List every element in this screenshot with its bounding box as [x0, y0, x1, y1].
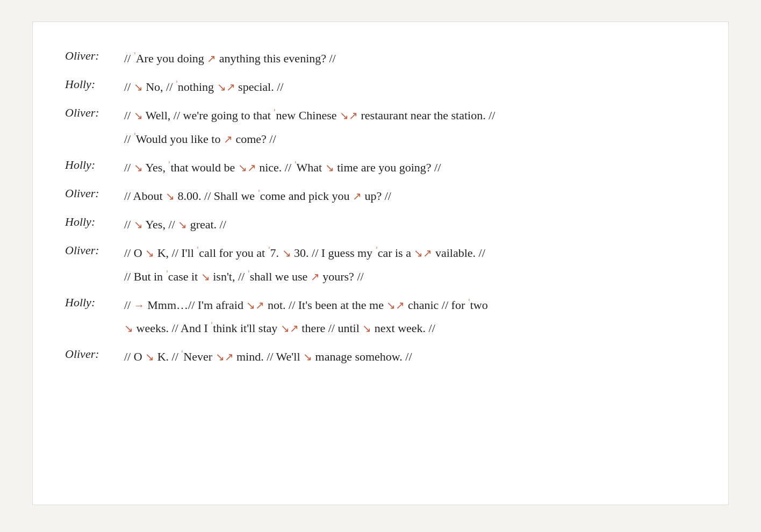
speech-text: 8.00. // Shall we [175, 189, 258, 203]
speech-text: K. // [154, 350, 181, 363]
speech-text: weeks. // And I [133, 321, 211, 335]
speech-text: special. // [235, 80, 284, 94]
tone-mark: ↘ [340, 110, 349, 121]
speech-text: restaurant near the station. // [358, 109, 495, 122]
tone-mark: ↘ [217, 81, 226, 93]
speech-text: 30. // I guess my [291, 246, 376, 260]
speech-content: // About ↘ 8.00. // Shall we ˈcome and p… [124, 186, 696, 205]
tone-mark: ↗ [423, 247, 432, 259]
speech-text: Well, // we're going to that [143, 109, 274, 122]
speaker-name: Holly: [65, 296, 124, 310]
speech-text: chanic // for [405, 298, 468, 312]
tone-mark: ↘ [414, 247, 423, 259]
dialogue-line: Oliver: // ↘ Well, // we're going to tha… [65, 106, 696, 148]
speech-text: // [124, 109, 134, 122]
tone-mark: ↗ [226, 81, 235, 93]
tone-mark: ↘ [238, 162, 247, 174]
speech-text: mind. // We'll [234, 350, 304, 363]
dialogue-container: Oliver: // ˈAre you doing ↗ anything thi… [32, 21, 729, 505]
speech-continuation: // ˈWould you like to ↗ come? // [124, 130, 696, 148]
speech-continuation: ↘ weeks. // And I ˈthink it'll stay ↘↗ t… [124, 319, 696, 337]
speech-text: No, // [143, 80, 176, 94]
tone-mark: ↘ [134, 162, 143, 174]
speech-text: Never [183, 350, 215, 363]
speaker-name: Oliver: [65, 49, 124, 63]
speech-text: two [470, 298, 488, 312]
speech-text: vailable. // [432, 246, 485, 260]
tone-mark: ↗ [353, 190, 362, 202]
speech-text: time are you going? // [334, 161, 441, 174]
speech-text: think it'll stay [213, 321, 281, 335]
tone-mark: ↘ [134, 110, 143, 121]
speech-text: that would be [170, 161, 238, 174]
tone-mark: ↗ [225, 351, 234, 363]
dialogue-line: Oliver: // ˈAre you doing ↗ anything thi… [65, 49, 696, 68]
speaker-name: Oliver: [65, 106, 124, 120]
speech-content: // → Mmm…// I'm afraid ↘↗ not. // It's b… [124, 296, 696, 337]
tone-mark: ↗ [349, 110, 358, 121]
speech-text: What [297, 161, 325, 174]
speech-text: car is a [378, 246, 414, 260]
speech-content: // O ↘ K, // I'll ˈcall for you at ˈ7. ↘… [124, 243, 696, 285]
speech-text: yours? // [320, 270, 364, 283]
speech-content: // ↘ Well, // we're going to that ˈnew C… [124, 106, 696, 148]
speech-text: // About [124, 189, 166, 203]
speech-text: // [124, 161, 134, 174]
speech-text: K, // I'll [154, 246, 197, 260]
speech-text: // [124, 80, 134, 94]
tone-mark: ↘ [145, 351, 154, 363]
tone-mark: ↘ [216, 351, 225, 363]
speech-text: Yes, [143, 161, 169, 174]
speech-text: 7. [270, 246, 282, 260]
tone-mark: ↘ [282, 247, 291, 259]
tone-mark: ↘ [178, 219, 187, 231]
speech-content: // ↘ Yes, ˈthat would be ↘↗ nice. // ˈWh… [124, 158, 696, 177]
speech-text: shall we use [250, 270, 311, 283]
tone-mark: ↗ [247, 162, 256, 174]
tone-mark: ↘ [362, 322, 371, 334]
speech-text: nice. // [256, 161, 295, 174]
tone-mark: → [134, 299, 145, 311]
speech-text: // But in [124, 270, 166, 283]
tone-mark: ↘ [145, 247, 154, 259]
speech-text: not. // It's been at the me [264, 298, 386, 312]
speech-text: come and pick you [260, 189, 353, 203]
speaker-name: Oliver: [65, 243, 124, 257]
speaker-name: Oliver: [65, 186, 124, 200]
tone-mark: ↗ [224, 133, 233, 145]
speech-text: nothing [178, 80, 217, 94]
speech-text: come? // [233, 132, 276, 146]
speech-text: // O [124, 350, 145, 363]
tone-mark: ↗ [207, 53, 216, 64]
speech-continuation: // But in ˈcase it ↘ isn't, // ˈshall we… [124, 267, 696, 286]
speech-text: new Chinese [276, 109, 340, 122]
speech-text: next week. // [371, 321, 435, 335]
speech-text: case it [168, 270, 201, 283]
speech-text: // [124, 298, 134, 312]
tone-mark: ↘ [201, 271, 210, 283]
speech-text: // [124, 52, 134, 65]
speech-text: Are you doing [136, 52, 207, 65]
speaker-name: Holly: [65, 77, 124, 91]
speech-text: up? // [362, 189, 391, 203]
dialogue-line: Holly: // → Mmm…// I'm afraid ↘↗ not. //… [65, 296, 696, 337]
speech-text: manage somehow. // [312, 350, 412, 363]
speech-content: // ˈAre you doing ↗ anything this evenin… [124, 49, 696, 68]
speech-content: // ↘ No, // ˈnothing ↘↗ special. // [124, 77, 696, 96]
speech-text: Yes, // [143, 218, 178, 231]
speech-text: anything this evening? // [216, 52, 335, 65]
speech-text: isn't, // [210, 270, 248, 283]
dialogue-line: Oliver: // O ↘ K, // I'll ˈcall for you … [65, 243, 696, 285]
speech-text: // [124, 132, 134, 146]
tone-mark: ↘ [134, 219, 143, 231]
speech-content: // O ↘ K. // ˈNever ↘↗ mind. // We'll ↘ … [124, 347, 696, 366]
speech-content: // ↘ Yes, // ↘ great. // [124, 215, 696, 234]
tone-mark: ↗ [311, 271, 320, 283]
dialogue-line: Holly: // ↘ No, // ˈnothing ↘↗ special. … [65, 77, 696, 96]
speech-text: // O [124, 246, 145, 260]
speaker-name: Oliver: [65, 347, 124, 361]
speech-text: Would you like to [136, 132, 224, 146]
tone-mark: ↘ [386, 299, 396, 311]
speaker-name: Holly: [65, 158, 124, 172]
speech-text: call for you at [199, 246, 268, 260]
